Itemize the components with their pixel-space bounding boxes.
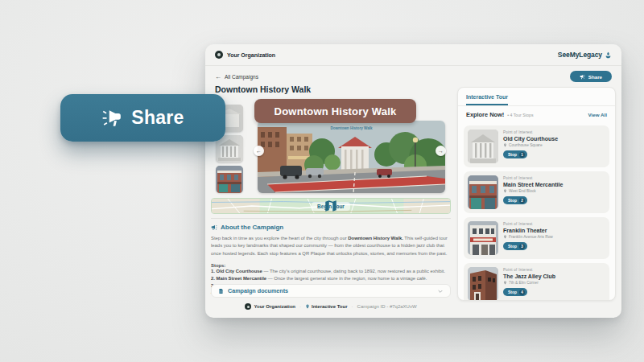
back-label: All Campaigns bbox=[225, 74, 258, 80]
begin-tour-button[interactable]: Begin Tour bbox=[212, 199, 450, 213]
stop-num: 2. bbox=[211, 276, 215, 281]
window-footer: Your Organization · Interactive Tour · C… bbox=[211, 303, 451, 310]
carousel-next-button[interactable]: → bbox=[436, 146, 446, 156]
campaign-documents-label: Campaign documents bbox=[228, 287, 433, 294]
poi-title: Franklin Theater bbox=[503, 228, 553, 233]
about-intro-pre: Step back in time as you explore the hea… bbox=[211, 236, 348, 241]
stop-name: Main Street Mercantile bbox=[217, 276, 267, 281]
share-callout-label: Share bbox=[131, 107, 184, 129]
map-icon bbox=[212, 199, 450, 213]
poi-location-label: 7th & Elm Corner bbox=[509, 281, 539, 285]
tour-stops-count: • 4 Tour Stops bbox=[507, 113, 533, 117]
interactive-tour-sidebar: Interactive Tour Explore Now! • 4 Tour S… bbox=[457, 87, 616, 301]
share-button-label: Share bbox=[588, 74, 602, 80]
campaign-documents-accordion[interactable]: Campaign documents bbox=[211, 284, 451, 298]
poi-card-jazz-club[interactable]: Point of Interest The Jazz Alley Club 7t… bbox=[464, 263, 609, 301]
chevron-down-icon bbox=[437, 288, 444, 294]
view-all-link[interactable]: View All bbox=[588, 112, 607, 117]
footer-campaign-id: Campaign ID - #7q2aXUvW bbox=[357, 304, 417, 309]
explore-row: Explore Now! • 4 Tour Stops View All bbox=[458, 106, 615, 123]
hand-leaf-icon bbox=[605, 51, 612, 59]
poi-card-list: Point of Interest Old City Courthouse Co… bbox=[458, 123, 615, 301]
carousel-prev-button[interactable]: ← bbox=[254, 146, 264, 156]
about-intro-bold: Downtown History Walk. bbox=[348, 236, 403, 241]
org-logo-icon bbox=[245, 303, 251, 310]
page-title: Downtown History Walk bbox=[215, 84, 311, 94]
poi-location: Courthouse Square bbox=[503, 143, 558, 147]
poi-title: Main Street Mercantile bbox=[503, 182, 563, 187]
poi-image-jazz-club bbox=[468, 267, 498, 301]
poi-location: Franklin Avenue Arts Row bbox=[503, 235, 553, 239]
megaphone-icon bbox=[211, 224, 217, 231]
org-logo-icon bbox=[215, 51, 223, 59]
stop-desc: — The city's original courthouse, dating… bbox=[262, 269, 445, 274]
stop-badge-number: 4 bbox=[519, 290, 525, 295]
poi-info: Point of Interest Main Street Mercantile… bbox=[503, 175, 563, 209]
explore-label: Explore Now! bbox=[466, 111, 504, 118]
stop-badge-label: Stop bbox=[508, 152, 517, 157]
poi-location: 7th & Elm Corner bbox=[503, 281, 555, 285]
poi-card-theater[interactable]: Point of Interest Franklin Theater Frank… bbox=[464, 217, 609, 259]
poi-image-theater bbox=[468, 221, 498, 255]
photo-watermark: Downtown History Walk bbox=[258, 126, 445, 130]
hero-photo: Downtown History Walk bbox=[258, 121, 445, 193]
poi-image-courthouse bbox=[468, 130, 498, 163]
footer-org: Your Organization bbox=[245, 303, 295, 310]
top-bar: Your Organization SeeMyLegacy bbox=[205, 44, 621, 66]
stop-badge-label: Stop bbox=[508, 198, 517, 203]
footer-separator: · bbox=[352, 304, 353, 309]
tour-map-strip: Begin Tour bbox=[211, 198, 451, 214]
poi-location-label: West End Block bbox=[509, 189, 536, 193]
footer-separator: · bbox=[299, 304, 301, 309]
share-callout-button[interactable]: Share bbox=[60, 94, 225, 142]
org-identity: Your Organization bbox=[215, 51, 275, 59]
poi-card-mercantile[interactable]: Point of Interest Main Street Mercantile… bbox=[464, 171, 609, 213]
megaphone-icon bbox=[580, 74, 585, 80]
poi-kicker: Point of Interest bbox=[503, 268, 555, 272]
pin-icon bbox=[503, 235, 507, 239]
poi-location-label: Courthouse Square bbox=[509, 143, 543, 147]
stop-desc: — Once the largest general store in the … bbox=[266, 276, 427, 281]
stop-badge[interactable]: Stop 2 bbox=[503, 196, 527, 204]
poi-title: Old City Courthouse bbox=[503, 136, 558, 142]
about-heading: About the Campaign bbox=[221, 224, 283, 231]
stop-num: 1. bbox=[211, 269, 215, 274]
stop-badge-number: 3 bbox=[519, 244, 525, 249]
back-to-campaigns-link[interactable]: ← All Campaigns bbox=[215, 73, 258, 80]
sidebar-tabs: Interactive Tour bbox=[458, 88, 615, 106]
stop-badge-label: Stop bbox=[508, 244, 517, 249]
stop-badge-number: 2 bbox=[519, 198, 525, 204]
about-heading-row: About the Campaign bbox=[211, 224, 451, 231]
gallery-thumbnail-storefront[interactable] bbox=[216, 166, 243, 193]
document-icon bbox=[218, 288, 224, 294]
footer-org-name: Your Organization bbox=[254, 304, 295, 309]
stop-line: 2. Main Street Mercantile — Once the lar… bbox=[211, 275, 451, 282]
footer-tour-label: Interactive Tour bbox=[312, 304, 348, 309]
org-name: Your Organization bbox=[227, 52, 275, 58]
stop-line: 1. Old City Courthouse — The city's orig… bbox=[211, 268, 451, 275]
stop-badge[interactable]: Stop 4 bbox=[503, 288, 527, 296]
stop-badge[interactable]: Stop 3 bbox=[503, 242, 527, 250]
brand-name: SeeMyLegacy bbox=[558, 51, 602, 59]
next-arrow-icon: → bbox=[438, 148, 444, 154]
poi-kicker: Point of Interest bbox=[503, 176, 563, 180]
stop-badge[interactable]: Stop 1 bbox=[503, 150, 527, 158]
banner-title: Downtown History Walk bbox=[275, 105, 397, 117]
footer-tour: Interactive Tour bbox=[305, 304, 348, 309]
poi-info: Point of Interest Old City Courthouse Co… bbox=[503, 130, 558, 163]
prev-arrow-icon: ← bbox=[256, 148, 262, 154]
poi-info: Point of Interest Franklin Theater Frank… bbox=[503, 221, 553, 255]
megaphone-icon bbox=[101, 108, 122, 129]
campaign-banner: Downtown History Walk bbox=[254, 99, 416, 123]
back-arrow-icon: ← bbox=[215, 73, 221, 80]
poi-info: Point of Interest The Jazz Alley Club 7t… bbox=[503, 267, 555, 301]
stop-badge-label: Stop bbox=[508, 290, 517, 294]
stop-name: Old City Courthouse bbox=[217, 269, 262, 274]
about-paragraph: Step back in time as you explore the hea… bbox=[211, 235, 451, 257]
poi-image-mercantile bbox=[468, 175, 498, 209]
tab-interactive-tour[interactable]: Interactive Tour bbox=[466, 94, 508, 105]
poi-card-courthouse[interactable]: Point of Interest Old City Courthouse Co… bbox=[464, 125, 609, 167]
share-button[interactable]: Share bbox=[570, 71, 612, 82]
stop-badge-number: 1 bbox=[519, 152, 525, 158]
brand-logo: SeeMyLegacy bbox=[558, 51, 612, 59]
